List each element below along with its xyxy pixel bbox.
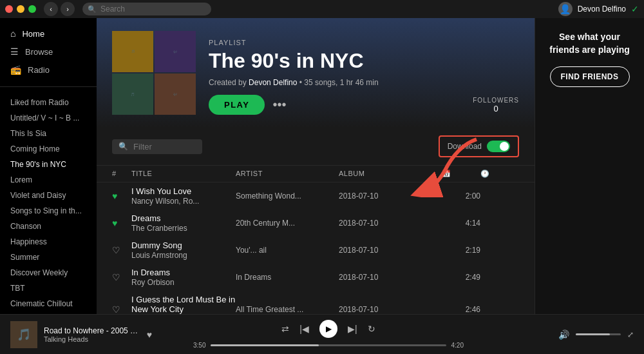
heart-icon[interactable]: ♡ (112, 272, 131, 282)
followers-label: FOLLOWERS (473, 97, 519, 104)
track-title-cell: I Guess the Lord Must Be in New York Cit… (131, 295, 236, 314)
search-input[interactable] (82, 3, 211, 15)
volume-bar[interactable] (576, 333, 621, 335)
playlist-item-4[interactable]: The 90's in NYC (5, 157, 91, 172)
filter-box[interactable]: 🔍 (112, 139, 202, 154)
home-icon: ⌂ (10, 28, 15, 39)
playlist-item-5[interactable]: Lorem (5, 172, 91, 188)
control-buttons: ⇄ |◀ ▶ ▶| ↻ (281, 320, 375, 338)
sidebar-item-home-label: Home (22, 29, 44, 39)
track-duration: 2:00 (442, 192, 480, 201)
download-toggle[interactable] (487, 141, 510, 152)
header-duration: 🕐 (480, 170, 519, 178)
playlist-header: 🎵 🎶 🎵 🎶 PLAYLIST The 90's in NYC (97, 18, 535, 128)
progress-bar[interactable] (211, 344, 446, 346)
playlist-item-2[interactable]: This Is Sia (5, 126, 91, 141)
shuffle-button[interactable]: ⇄ (281, 324, 289, 334)
like-button[interactable]: ♥ (147, 329, 152, 340)
header-date: 📅 (442, 170, 480, 178)
followers-count: 0 (473, 104, 519, 113)
sidebar-item-home[interactable]: ⌂ Home (5, 25, 91, 43)
sidebar-playlists: Liked from Radio Untitled/ V ~ I ~ B ...… (0, 87, 97, 314)
tracks-header: # TITLE ARTIST ALBUM 📅 🕐 (97, 166, 535, 182)
playlist-item-10[interactable]: Summer (5, 250, 91, 265)
filter-input[interactable] (133, 142, 196, 152)
now-playing: 🎵 Road to Nowhere - 2005 Rem... Talking … (10, 321, 152, 348)
heart-icon[interactable]: ♥ (112, 218, 131, 228)
table-row[interactable]: ♡ In DreamsRoy Orbison In Dreams 2018-07… (97, 264, 535, 291)
cover-cell-2: 🎶 (155, 31, 196, 72)
sidebar-item-radio[interactable]: 📻 Radio (5, 61, 91, 79)
volume-icon[interactable]: 🔊 (558, 329, 569, 340)
sidebar-nav: ⌂ Home ☰ Browse 📻 Radio (0, 25, 97, 87)
table-row[interactable]: ♥ I Wish You LoveNancy Wilson, Ro... Som… (97, 182, 535, 210)
creator-link[interactable]: Devon Delfino (249, 78, 297, 87)
header-artist: ARTIST (236, 170, 339, 178)
table-row[interactable]: ♡ Dummy SongLouis Armstrong You'... ail … (97, 237, 535, 264)
track-date: 2018-07-10 (339, 219, 442, 228)
track-duration: 2:49 (442, 273, 480, 282)
track-album: Something Wond... (236, 192, 339, 201)
header-album: ALBUM (339, 170, 442, 178)
user-name: Devon Delfino (578, 5, 626, 14)
toggle-knob (500, 142, 509, 151)
track-duration: 2:19 (442, 246, 480, 255)
track-date: 2018-07-10 (339, 273, 442, 282)
playlist-item-13[interactable]: Cinematic Chillout (5, 296, 91, 311)
table-row[interactable]: ♡ I Guess the Lord Must Be in New York C… (97, 291, 535, 314)
next-button[interactable]: ▶| (348, 324, 357, 334)
fullscreen-button[interactable] (28, 5, 36, 13)
track-album: All Time Greatest ... (236, 305, 339, 314)
playlist-item-11[interactable]: Discover Weekly (5, 265, 91, 280)
playlist-item-1[interactable]: Untitled/ V ~ I ~ B ... (5, 110, 91, 126)
find-friends-button[interactable]: FIND FRIENDS (550, 66, 630, 87)
playlist-item-9[interactable]: Happiness (5, 234, 91, 250)
playlist-meta: Created by Devon Delfino • 35 songs, 1 h… (209, 78, 519, 87)
playlist-item-0[interactable]: Liked from Radio (5, 95, 91, 110)
track-date: 2018-07-10 (339, 246, 442, 255)
playlist-item-8[interactable]: Chanson (5, 219, 91, 234)
minimize-button[interactable] (17, 5, 24, 13)
close-button[interactable] (5, 5, 13, 13)
browse-icon: ☰ (10, 46, 19, 57)
track-duration: 4:14 (442, 219, 480, 228)
play-pause-button[interactable]: ▶ (319, 320, 337, 338)
track-title-cell: DreamsThe Cranberries (131, 213, 236, 233)
back-button[interactable]: ‹ (44, 2, 58, 16)
heart-icon[interactable]: ♡ (112, 245, 131, 255)
radio-icon: 📻 (10, 64, 21, 75)
sidebar-item-browse-label: Browse (25, 47, 53, 57)
progress-area: 3:50 4:20 (193, 342, 464, 349)
playlist-title: The 90's in NYC (209, 49, 519, 73)
nav-arrows: ‹ › (44, 2, 75, 16)
titlebar: ‹ › 🔍 👤 Devon Delfino ✓ (0, 0, 644, 18)
table-row[interactable]: ♥ DreamsThe Cranberries 20th Century M..… (97, 210, 535, 237)
expand-button[interactable]: ⤢ (627, 330, 634, 339)
cover-cell-4: 🎶 (155, 74, 196, 115)
track-title-cell: In DreamsRoy Orbison (131, 268, 236, 287)
previous-button[interactable]: |◀ (299, 324, 309, 334)
now-playing-title: Road to Nowhere - 2005 Rem... (44, 326, 140, 335)
playlist-item-6[interactable]: Violet and Daisy (5, 188, 91, 203)
repeat-button[interactable]: ↻ (368, 324, 375, 334)
playlist-type-label: PLAYLIST (209, 39, 519, 46)
playlist-actions: PLAY ••• FOLLOWERS 0 (209, 95, 519, 115)
followers-info: FOLLOWERS 0 (473, 97, 519, 113)
player-controls: ⇄ |◀ ▶ ▶| ↻ 3:50 4:20 (152, 320, 505, 349)
now-playing-thumbnail: 🎵 (10, 321, 37, 348)
forward-button[interactable]: › (61, 2, 75, 16)
playlist-item-3[interactable]: Coming Home (5, 141, 91, 157)
titlebar-right: 👤 Devon Delfino ✓ (558, 2, 639, 16)
player-right: 🔊 ⤢ (505, 329, 634, 340)
sidebar-item-browse[interactable]: ☰ Browse (5, 43, 91, 61)
search-container: 🔍 (82, 3, 211, 15)
heart-icon[interactable]: ♡ (112, 304, 131, 315)
track-title-cell: I Wish You LoveNancy Wilson, Ro... (131, 186, 236, 206)
playlist-item-7[interactable]: Songs to Sing in th... (5, 203, 91, 219)
heart-icon[interactable]: ♥ (112, 191, 131, 201)
play-button[interactable]: PLAY (209, 95, 265, 115)
header-num: # (112, 170, 131, 178)
avatar: 👤 (558, 2, 573, 16)
more-options-button[interactable]: ••• (272, 97, 286, 112)
playlist-item-12[interactable]: TBT (5, 280, 91, 296)
